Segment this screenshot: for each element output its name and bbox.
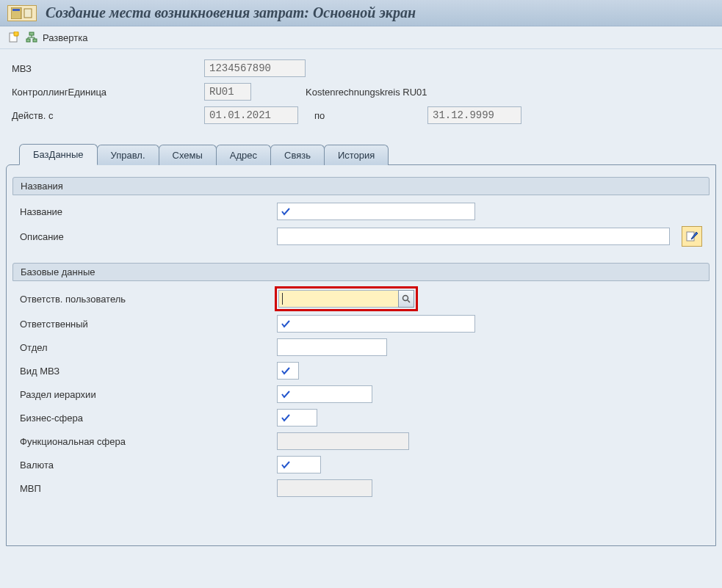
required-check-icon <box>281 460 291 470</box>
search-icon <box>402 294 411 303</box>
toolbar: Развертка <box>0 26 722 49</box>
mvz-label: МВЗ <box>12 63 194 74</box>
svg-rect-1 <box>12 9 20 11</box>
validto-label: по <box>314 110 344 121</box>
svg-rect-7 <box>33 39 37 42</box>
group-names-header: Названия <box>12 177 710 195</box>
tab-control[interactable]: Управл. <box>97 145 159 165</box>
name-label: Название <box>20 206 270 217</box>
required-check-icon <box>281 366 291 376</box>
mvp-label: МВП <box>20 483 270 494</box>
app-icon <box>7 5 37 21</box>
respuser-f4-button[interactable] <box>398 290 414 308</box>
responsible-label: Ответственный <box>20 319 270 330</box>
validfrom-input[interactable] <box>204 106 298 124</box>
hierarchy-input[interactable] <box>277 385 372 403</box>
tab-history[interactable]: История <box>324 145 389 165</box>
respuser-focus-highlight <box>277 288 416 309</box>
tab-schemes[interactable]: Схемы <box>159 145 217 165</box>
header-fields: МВЗ КонтроллингЕдиница Kostenrechnungskr… <box>0 49 722 134</box>
hierarchy-icon[interactable] <box>25 31 38 44</box>
hierarchy-label: Раздел иерархии <box>20 389 270 400</box>
svg-line-15 <box>408 300 410 302</box>
svg-rect-4 <box>14 32 18 36</box>
cctype-input[interactable] <box>277 362 299 380</box>
required-check-icon <box>281 319 291 329</box>
required-check-icon <box>281 206 291 217</box>
cokrs-input[interactable] <box>204 83 251 101</box>
group-names-body: Название Описание <box>12 195 710 258</box>
validto-input[interactable] <box>427 106 521 124</box>
desc-label: Описание <box>20 231 270 242</box>
required-check-icon <box>281 413 291 423</box>
respuser-label: Ответств. пользователь <box>20 294 270 305</box>
desc-input[interactable] <box>277 228 670 245</box>
group-basic-header: Базовые данные <box>12 263 710 281</box>
busarea-label: Бизнес-сфера <box>20 413 270 424</box>
busarea-input[interactable] <box>277 409 317 427</box>
currency-input[interactable] <box>277 456 321 473</box>
funcarea-label: Функциональная сфера <box>20 436 270 447</box>
svg-rect-2 <box>24 9 32 18</box>
name-input[interactable] <box>277 203 475 220</box>
required-check-icon <box>281 389 291 399</box>
title-bar: Создание места возникновения затрат: Осн… <box>0 0 722 26</box>
svg-rect-5 <box>29 32 34 35</box>
page-title: Создание места возникновения затрат: Осн… <box>46 4 416 21</box>
tab-address[interactable]: Адрес <box>216 145 271 165</box>
tab-panel-basic: Названия Название Описание <box>6 164 716 546</box>
cctype-label: Вид МВЗ <box>20 366 270 377</box>
expand-label[interactable]: Развертка <box>43 32 87 43</box>
cokrs-label: КонтроллингЕдиница <box>12 87 194 98</box>
department-input[interactable] <box>277 338 387 356</box>
desc-edit-button[interactable] <box>682 226 702 247</box>
responsible-input[interactable] <box>277 315 475 333</box>
pencil-icon <box>686 231 698 242</box>
validfrom-label: Действ. с <box>12 110 194 121</box>
svg-point-14 <box>403 296 408 301</box>
respuser-input[interactable] <box>278 290 399 308</box>
cokrs-desc: Kostenrechnungskreis RU01 <box>306 87 427 98</box>
mvp-input[interactable] <box>277 479 372 497</box>
text-caret <box>282 293 283 305</box>
department-label: Отдел <box>20 342 270 353</box>
tab-strip: БазДанные Управл. Схемы Адрес Связь Исто… <box>19 143 716 164</box>
mvz-input[interactable] <box>204 59 306 77</box>
new-icon[interactable] <box>7 31 21 44</box>
tab-basic[interactable]: БазДанные <box>19 144 98 165</box>
svg-rect-6 <box>26 39 30 42</box>
funcarea-input[interactable] <box>277 432 409 450</box>
group-basic-body: Ответств. пользователь Ответственный <box>12 281 710 509</box>
currency-label: Валюта <box>20 460 270 471</box>
tab-comm[interactable]: Связь <box>270 145 325 165</box>
